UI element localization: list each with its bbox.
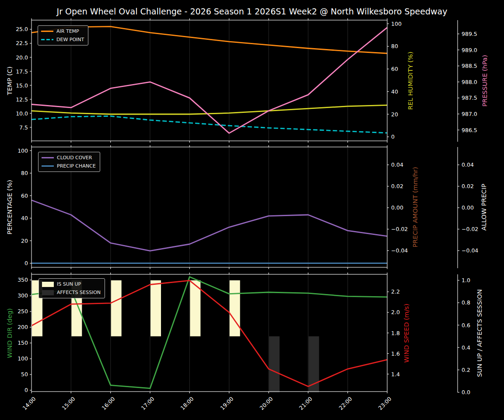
precip-chance-line-swatch [42,165,54,167]
tick-label-right2: 0.00 [462,204,493,211]
tick-label-left: 7.5 [0,124,28,131]
tick-label-right2: 0.02 [462,183,493,189]
tick-label-right2: 0.04 [462,161,493,168]
legend-item-cloud-cover: CLOUD COVER [42,155,96,161]
tick-label-left: 10.0 [0,110,28,117]
series-rel-humidity [32,105,387,114]
legend-item-affects-session: AFFECTS SESSION [42,290,101,295]
axis-title-left: PERCENTAGE (%) [6,146,14,269]
tick-label-left: 22.5 [0,40,28,46]
legend-label-cloud-cover: CLOUD COVER [57,155,92,161]
tick-label-left: 300 [0,292,28,299]
legend-item-air-temp: AIR TEMP [41,28,84,34]
tick-label-left: 80 [0,170,28,176]
axis-title-right2: SUN UP / AFFECTS SESSION [476,272,484,394]
tick-label-left: 200 [0,324,28,330]
bar-is-sun-up [111,280,122,336]
tick-label-left: 0 [0,387,28,393]
legend-item-dew-point: DEW POINT [41,37,84,42]
legend-label-air-temp: AIR TEMP [56,28,79,34]
tick-label-right2: −0.04 [462,247,493,254]
chart-0 [30,18,459,143]
tick-label-left: 20 [0,238,28,244]
tick-label-left: 100 [0,147,28,154]
legend-item-is-sun-up: IS SUN UP [42,281,101,287]
tick-label-left: 250 [0,308,28,315]
axis-title-left: TEMP (C) [6,19,14,142]
tick-label-left: 350 [0,276,28,283]
tick-label-left: 15.0 [0,82,28,89]
charts-svg [0,0,504,420]
dew-point-dash-swatch [41,39,53,41]
tick-label-left: 60 [0,192,28,199]
tick-label-left: 25.0 [0,26,28,32]
air-temp-line-swatch [41,31,53,32]
legend-clouds: CLOUD COVER PRECIP CHANCE [38,152,100,172]
axis-title-right1: REL HUMIDITY (%) [406,19,415,142]
legend-temperature: AIR TEMP DEW POINT [38,25,88,46]
legend-sun-session: IS SUN UP AFFECTS SESSION [38,278,105,298]
series-dew-point [32,116,387,133]
legend-label-dew-point: DEW POINT [56,37,84,42]
tick-label-left: 40 [0,215,28,221]
legend-label-precip-chance: PRECIP CHANCE [57,163,96,169]
axis-title-right1: WIND SPEED (m/s) [402,272,411,394]
cloud-cover-line-swatch [42,157,54,159]
tick-label-left: 150 [0,340,28,346]
axis-title-right2: PRESSURE (hPa) [481,19,489,142]
tick-label-left: 0 [0,260,28,266]
bar-affects-session [269,336,280,392]
legend-label-is-sun-up: IS SUN UP [57,281,81,287]
weather-forecast-figure: Jr Open Wheel Oval Challenge - 2026 Seas… [0,0,504,420]
bar-is-sun-up [150,280,161,336]
tick-label-left: 12.5 [0,96,28,103]
tick-label-left: 17.5 [0,68,28,75]
bar-is-sun-up [230,280,240,336]
is-sun-up-patch-swatch [42,282,54,287]
series-cloud-cover [32,200,387,251]
figure-title: Jr Open Wheel Oval Challenge - 2026 Seas… [0,7,504,16]
affects-session-patch-swatch [42,290,54,295]
axis-title-right2: ALLOW PRECIP [480,146,488,269]
tick-label-left: 100 [0,355,28,362]
tick-label-left: 20.0 [0,54,28,61]
tick-label-right2: −0.02 [462,226,493,232]
tick-label-left: 50 [0,371,28,378]
axis-title-right1: PRECIP AMOUNT (mm/hr) [411,146,420,269]
legend-item-precip-chance: PRECIP CHANCE [42,163,96,169]
axis-title-left: WIND DIR (deg) [6,272,14,394]
legend-label-affects-session: AFFECTS SESSION [57,290,101,295]
